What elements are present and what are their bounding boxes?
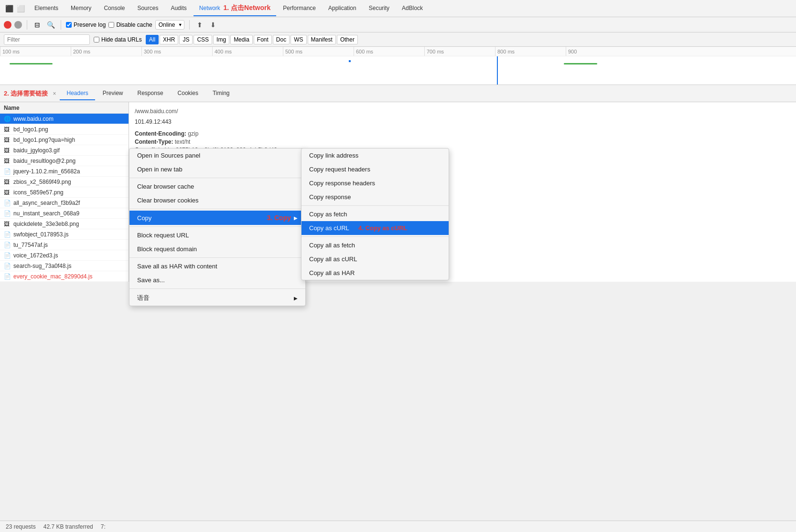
filter-js[interactable]: JS (179, 35, 193, 44)
sub-copy-all-curl[interactable]: Copy all as cURL (301, 252, 449, 266)
filter-icon[interactable]: ⊟ (32, 20, 43, 30)
filter-input[interactable] (4, 34, 90, 45)
file-item-nu-instant[interactable]: 📄 nu_instant_search_068a9 (0, 208, 129, 219)
disable-cache-label[interactable]: Disable cache (108, 21, 152, 28)
tab-preview[interactable]: Preview (96, 87, 130, 100)
tab-timing[interactable]: Timing (206, 87, 237, 100)
sub-copy-link[interactable]: Copy link address (301, 149, 449, 162)
ctx-clear-cache[interactable]: Clear browser cache (129, 180, 305, 193)
file-item-tu[interactable]: 📄 tu_77547af.js (0, 240, 129, 250)
preserve-log-label[interactable]: Preserve log (66, 21, 106, 28)
inspect-icon[interactable]: ⬛ (4, 3, 14, 14)
tick-100: 100 ms (0, 47, 71, 56)
filter-row: Hide data URLs All XHR JS CSS Img Media … (0, 32, 796, 47)
upload-icon[interactable]: ⬆ (194, 20, 205, 30)
tab-memory[interactable]: Memory (65, 2, 97, 15)
sub-copy-resp-headers[interactable]: Copy response headers (301, 176, 449, 190)
file-item-every-cookie[interactable]: 📄 every_cookie_mac_82990d4.js (0, 271, 129, 282)
sub-copy-response[interactable]: Copy response (301, 190, 449, 204)
filter-manifest[interactable]: Manifest (308, 35, 336, 44)
tab-network[interactable]: Network 1. 点击Network (194, 1, 277, 16)
filter-font[interactable]: Font (254, 35, 272, 44)
ctx-block-url[interactable]: Block request URL (129, 228, 305, 242)
ctx-save-har[interactable]: Save all as HAR with content (129, 259, 305, 273)
tab-sources[interactable]: Sources (131, 2, 164, 15)
filter-other[interactable]: Other (337, 35, 358, 44)
request-url: /www.baidu.com/ (135, 108, 790, 115)
file-item-voice[interactable]: 📄 voice_1672ed3.js (0, 250, 129, 261)
sub-copy-req-headers[interactable]: Copy request headers (301, 162, 449, 176)
hide-data-urls-label[interactable]: Hide data URLs (94, 36, 142, 43)
file-item-bd-logo1[interactable]: 🖼 bd_logo1.png (0, 124, 129, 135)
file-item-baidu-result[interactable]: 🖼 baidu_resultlogo@2.png (0, 156, 129, 166)
file-item-baidu-jgy[interactable]: 🖼 baidu_jgylogo3.gif (0, 145, 129, 156)
ctx-open-new-tab[interactable]: Open in new tab (129, 162, 305, 176)
timeline-bar-2 (564, 63, 597, 64)
disable-cache-checkbox[interactable] (108, 22, 114, 28)
ctx-sep-5 (129, 288, 305, 289)
img-icon7: 🖼 (4, 221, 11, 227)
tick-200: 200 ms (71, 47, 141, 56)
device-icon[interactable]: ⬜ (15, 3, 26, 14)
toolbar-divider (27, 20, 27, 30)
timeline-dot (349, 60, 351, 62)
filter-img[interactable]: Img (213, 35, 229, 44)
file-item-bd-logo1-qua[interactable]: 🖼 bd_logo1.png?qua=high (0, 135, 129, 145)
sub-sep-2 (301, 236, 449, 237)
tab-security[interactable]: Security (363, 2, 395, 15)
stop-button[interactable] (14, 21, 22, 29)
status-extra: 7: (101, 523, 106, 530)
sub-copy-all-fetch[interactable]: Copy all as fetch (301, 238, 449, 252)
js-icon5: 📄 (4, 242, 11, 248)
ctx-voice[interactable]: 语音 ▶ (129, 290, 305, 306)
tab-console[interactable]: Console (98, 2, 130, 15)
preserve-log-checkbox[interactable] (66, 22, 72, 28)
ctx-save-as[interactable]: Save as... (129, 273, 305, 287)
online-selector-wrapper[interactable]: Online (155, 20, 184, 30)
tab-response[interactable]: Response (131, 87, 170, 100)
filter-ws[interactable]: WS (290, 35, 306, 44)
file-item-quickdelete[interactable]: 🖼 quickdelete_33e3eb8.png (0, 219, 129, 229)
content-type-item: Content-Type: text/ht (135, 138, 790, 145)
filter-css[interactable]: CSS (194, 35, 212, 44)
sub-copy-fetch[interactable]: Copy as fetch (301, 207, 449, 221)
tab-headers[interactable]: Headers (60, 87, 95, 100)
tab-performance[interactable]: Performance (277, 2, 322, 15)
file-item-baidu-com[interactable]: 🌐 www.baidu.com (0, 114, 129, 124)
requests-count: 23 requests (6, 523, 36, 530)
tab-cookies[interactable]: Cookies (171, 87, 205, 100)
sub-copy-all-har[interactable]: Copy all as HAR (301, 266, 449, 280)
ctx-copy[interactable]: Copy 3. Copy ▶ (129, 211, 305, 225)
record-button[interactable] (4, 21, 11, 29)
filter-doc[interactable]: Doc (273, 35, 290, 44)
img-icon2: 🖼 (4, 137, 11, 143)
doc-icon: 🌐 (4, 116, 11, 122)
file-item-icons[interactable]: 🖼 icons_5859e57.png (0, 187, 129, 198)
step3-annotation: 3. Copy (267, 214, 291, 222)
ctx-open-sources[interactable]: Open in Sources panel (129, 149, 305, 162)
file-item-jquery[interactable]: 📄 jquery-1.10.2.min_65682a (0, 166, 129, 177)
hide-data-urls-checkbox[interactable] (94, 37, 99, 43)
download-icon[interactable]: ⬇ (208, 20, 218, 30)
panel-tabs: 2. 选择需要链接 × Headers Preview Response Coo… (0, 85, 796, 102)
close-panel-btn[interactable]: × (53, 90, 56, 97)
file-item-all-async[interactable]: 📄 all_async_search_f3b9a2f (0, 198, 129, 208)
tab-adblock[interactable]: AdBlock (396, 2, 429, 15)
tab-elements[interactable]: Elements (29, 2, 64, 15)
sub-copy-curl[interactable]: Copy as cURL 4. Copy as cURL (301, 221, 449, 235)
timeline-bar-1 (10, 63, 53, 64)
file-item-search-sug[interactable]: 📄 search-sug_73a0f48.js (0, 261, 129, 271)
search-icon[interactable]: 🔍 (45, 20, 56, 30)
ctx-block-domain[interactable]: Block request domain (129, 242, 305, 256)
js-icon2: 📄 (4, 200, 11, 206)
filter-xhr[interactable]: XHR (160, 35, 178, 44)
tab-application[interactable]: Application (323, 2, 362, 15)
file-item-zbios[interactable]: 🖼 zbios_x2_5869f49.png (0, 177, 129, 187)
tab-audits[interactable]: Audits (165, 2, 192, 15)
online-select[interactable]: Online (155, 20, 184, 30)
filter-all[interactable]: All (146, 35, 159, 44)
ctx-clear-cookies[interactable]: Clear browser cookies (129, 193, 305, 207)
file-item-swfobject[interactable]: 📄 swfobject_0178953.js (0, 229, 129, 240)
filter-media[interactable]: Media (230, 35, 253, 44)
file-list-pane: Name 🌐 www.baidu.com 🖼 bd_logo1.png 🖼 bd… (0, 102, 129, 282)
